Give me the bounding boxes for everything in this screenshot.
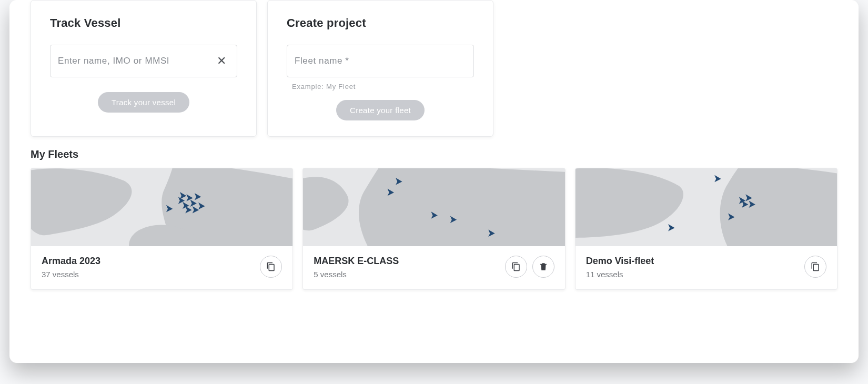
track-vessel-button[interactable]: Track your vessel [98, 92, 189, 113]
track-vessel-title: Track Vessel [50, 16, 237, 30]
fleet-card[interactable]: Demo Visi-fleet 11 vessels [575, 168, 837, 290]
top-cards-row: Track Vessel ✕ Track your vessel Create … [9, 0, 859, 137]
track-vessel-input[interactable] [58, 56, 214, 66]
close-icon: ✕ [217, 54, 226, 67]
fleet-name-input-wrap [287, 45, 474, 77]
track-vessel-input-wrap: ✕ [50, 45, 237, 77]
fleet-name-helper: Example: My Fleet [292, 83, 474, 90]
copy-fleet-button[interactable] [804, 256, 826, 278]
fleet-info: Demo Visi-fleet 11 vessels [576, 246, 837, 289]
trash-icon [539, 262, 548, 271]
copy-icon [266, 262, 276, 271]
my-fleets-title: My Fleets [9, 137, 859, 168]
fleet-name: Armada 2023 [42, 256, 100, 267]
fleet-card[interactable]: MAERSK E-CLASS 5 vessels [302, 168, 565, 290]
fleet-name: Demo Visi-fleet [586, 256, 654, 267]
copy-icon [811, 262, 820, 271]
fleet-info: MAERSK E-CLASS 5 vessels [303, 246, 564, 289]
copy-fleet-button[interactable] [505, 256, 527, 278]
fleet-name: MAERSK E-CLASS [314, 256, 399, 267]
clear-input-button[interactable]: ✕ [214, 52, 229, 70]
track-vessel-card: Track Vessel ✕ Track your vessel [31, 0, 257, 137]
fleets-row: Armada 2023 37 vessels [9, 168, 859, 290]
delete-fleet-button[interactable] [532, 256, 554, 278]
fleet-map-thumbnail [31, 168, 292, 246]
copy-icon [511, 262, 521, 271]
fleet-map-thumbnail [303, 168, 564, 246]
fleet-name-input[interactable] [295, 56, 466, 66]
fleet-info: Armada 2023 37 vessels [31, 246, 292, 289]
fleet-card[interactable]: Armada 2023 37 vessels [31, 168, 293, 290]
create-project-card: Create project Example: My Fleet Create … [267, 0, 493, 137]
app-shell: Track Vessel ✕ Track your vessel Create … [9, 0, 859, 363]
copy-fleet-button[interactable] [260, 256, 282, 278]
create-fleet-button[interactable]: Create your fleet [336, 100, 425, 120]
fleet-vessel-count: 37 vessels [42, 270, 100, 279]
fleet-map-thumbnail [576, 168, 837, 246]
create-project-title: Create project [287, 16, 474, 30]
fleet-vessel-count: 11 vessels [586, 270, 654, 279]
fleet-vessel-count: 5 vessels [314, 270, 399, 279]
